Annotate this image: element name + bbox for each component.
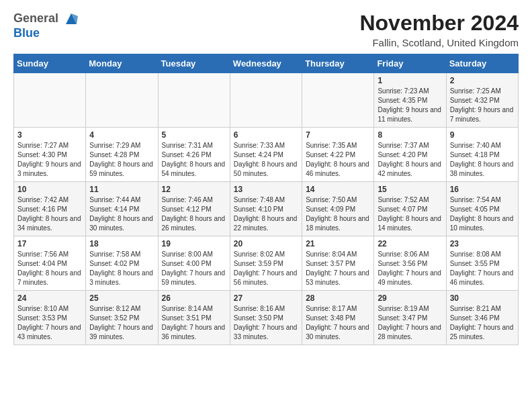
day-info: Sunrise: 7:52 AM Sunset: 4:07 PM Dayligh… bbox=[378, 195, 442, 233]
day-number: 23 bbox=[450, 239, 515, 248]
day-cell: 30Sunrise: 8:21 AM Sunset: 3:46 PM Dayli… bbox=[446, 291, 518, 345]
day-number: 4 bbox=[89, 130, 154, 140]
day-info: Sunrise: 8:04 AM Sunset: 3:57 PM Dayligh… bbox=[306, 250, 370, 287]
day-number: 24 bbox=[17, 293, 82, 303]
day-cell bbox=[14, 73, 86, 128]
header-day-saturday: Saturday bbox=[446, 54, 518, 73]
day-number: 28 bbox=[306, 293, 370, 303]
day-info: Sunrise: 8:10 AM Sunset: 3:53 PM Dayligh… bbox=[17, 304, 82, 342]
day-info: Sunrise: 7:25 AM Sunset: 4:32 PM Dayligh… bbox=[450, 87, 515, 124]
day-cell: 21Sunrise: 8:04 AM Sunset: 3:57 PM Dayli… bbox=[302, 236, 374, 291]
day-number: 17 bbox=[17, 239, 82, 248]
day-cell: 26Sunrise: 8:14 AM Sunset: 3:51 PM Dayli… bbox=[158, 291, 230, 345]
day-cell: 19Sunrise: 8:00 AM Sunset: 4:00 PM Dayli… bbox=[158, 236, 230, 291]
day-cell: 12Sunrise: 7:46 AM Sunset: 4:12 PM Dayli… bbox=[158, 182, 230, 236]
calendar-table: SundayMondayTuesdayWednesdayThursdayFrid… bbox=[13, 54, 519, 345]
day-info: Sunrise: 8:14 AM Sunset: 3:51 PM Dayligh… bbox=[162, 304, 226, 342]
day-cell bbox=[302, 73, 374, 128]
day-number: 22 bbox=[378, 239, 442, 248]
day-cell: 15Sunrise: 7:52 AM Sunset: 4:07 PM Dayli… bbox=[374, 182, 446, 236]
day-cell: 18Sunrise: 7:58 AM Sunset: 4:02 PM Dayli… bbox=[86, 236, 158, 291]
day-info: Sunrise: 8:12 AM Sunset: 3:52 PM Dayligh… bbox=[89, 304, 154, 342]
day-cell: 5Sunrise: 7:31 AM Sunset: 4:26 PM Daylig… bbox=[158, 128, 230, 182]
day-cell: 7Sunrise: 7:35 AM Sunset: 4:22 PM Daylig… bbox=[302, 128, 374, 182]
day-number: 19 bbox=[162, 239, 226, 248]
day-number: 27 bbox=[234, 293, 298, 303]
day-cell: 17Sunrise: 7:56 AM Sunset: 4:04 PM Dayli… bbox=[14, 236, 86, 291]
day-info: Sunrise: 7:48 AM Sunset: 4:10 PM Dayligh… bbox=[234, 195, 298, 233]
day-cell: 28Sunrise: 8:17 AM Sunset: 3:48 PM Dayli… bbox=[302, 291, 374, 345]
calendar-header: SundayMondayTuesdayWednesdayThursdayFrid… bbox=[14, 54, 519, 73]
day-number: 25 bbox=[89, 293, 154, 303]
day-info: Sunrise: 7:56 AM Sunset: 4:04 PM Dayligh… bbox=[17, 250, 82, 287]
day-info: Sunrise: 7:27 AM Sunset: 4:30 PM Dayligh… bbox=[17, 141, 82, 179]
day-cell: 11Sunrise: 7:44 AM Sunset: 4:14 PM Dayli… bbox=[86, 182, 158, 236]
logo: General Blue bbox=[13, 11, 79, 40]
day-cell: 1Sunrise: 7:23 AM Sunset: 4:35 PM Daylig… bbox=[374, 73, 446, 128]
week-row-5: 24Sunrise: 8:10 AM Sunset: 3:53 PM Dayli… bbox=[14, 291, 519, 345]
title-block: November 2024 Fallin, Scotland, United K… bbox=[359, 11, 519, 48]
day-info: Sunrise: 7:46 AM Sunset: 4:12 PM Dayligh… bbox=[162, 195, 226, 233]
day-cell: 3Sunrise: 7:27 AM Sunset: 4:30 PM Daylig… bbox=[14, 128, 86, 182]
day-number: 21 bbox=[306, 239, 370, 248]
month-title: November 2024 bbox=[359, 11, 519, 36]
day-info: Sunrise: 7:31 AM Sunset: 4:26 PM Dayligh… bbox=[162, 141, 226, 179]
week-row-1: 1Sunrise: 7:23 AM Sunset: 4:35 PM Daylig… bbox=[14, 73, 519, 128]
week-row-2: 3Sunrise: 7:27 AM Sunset: 4:30 PM Daylig… bbox=[14, 128, 519, 182]
day-info: Sunrise: 7:35 AM Sunset: 4:22 PM Dayligh… bbox=[306, 141, 370, 179]
day-number: 15 bbox=[378, 185, 442, 194]
logo-blue-text: Blue bbox=[13, 26, 40, 40]
day-cell: 8Sunrise: 7:37 AM Sunset: 4:20 PM Daylig… bbox=[374, 128, 446, 182]
day-info: Sunrise: 7:54 AM Sunset: 4:05 PM Dayligh… bbox=[450, 195, 515, 233]
logo-general-text: General bbox=[13, 11, 58, 25]
day-info: Sunrise: 7:33 AM Sunset: 4:24 PM Dayligh… bbox=[234, 141, 298, 179]
day-info: Sunrise: 7:29 AM Sunset: 4:28 PM Dayligh… bbox=[89, 141, 154, 179]
day-cell bbox=[230, 73, 302, 128]
calendar-body: 1Sunrise: 7:23 AM Sunset: 4:35 PM Daylig… bbox=[14, 73, 519, 345]
day-number: 18 bbox=[89, 239, 154, 248]
day-number: 8 bbox=[378, 130, 442, 140]
day-number: 13 bbox=[234, 185, 298, 194]
day-cell: 13Sunrise: 7:48 AM Sunset: 4:10 PM Dayli… bbox=[230, 182, 302, 236]
day-cell: 23Sunrise: 8:08 AM Sunset: 3:55 PM Dayli… bbox=[446, 236, 518, 291]
page-header: General Blue November 2024 Fallin, Scotl… bbox=[0, 0, 532, 54]
day-cell: 16Sunrise: 7:54 AM Sunset: 4:05 PM Dayli… bbox=[446, 182, 518, 236]
day-info: Sunrise: 8:21 AM Sunset: 3:46 PM Dayligh… bbox=[450, 304, 515, 342]
day-cell: 4Sunrise: 7:29 AM Sunset: 4:28 PM Daylig… bbox=[86, 128, 158, 182]
day-cell: 22Sunrise: 8:06 AM Sunset: 3:56 PM Dayli… bbox=[374, 236, 446, 291]
day-cell: 25Sunrise: 8:12 AM Sunset: 3:52 PM Dayli… bbox=[86, 291, 158, 345]
logo-icon bbox=[63, 11, 79, 27]
day-number: 20 bbox=[234, 239, 298, 248]
day-number: 30 bbox=[450, 293, 515, 303]
day-info: Sunrise: 8:19 AM Sunset: 3:47 PM Dayligh… bbox=[378, 304, 442, 342]
day-number: 7 bbox=[306, 130, 370, 140]
header-day-wednesday: Wednesday bbox=[230, 54, 302, 73]
location-subtitle: Fallin, Scotland, United Kingdom bbox=[359, 37, 519, 48]
header-row: SundayMondayTuesdayWednesdayThursdayFrid… bbox=[14, 54, 519, 73]
header-day-thursday: Thursday bbox=[302, 54, 374, 73]
day-cell: 24Sunrise: 8:10 AM Sunset: 3:53 PM Dayli… bbox=[14, 291, 86, 345]
day-number: 5 bbox=[162, 130, 226, 140]
day-number: 2 bbox=[450, 76, 515, 85]
header-day-friday: Friday bbox=[374, 54, 446, 73]
day-info: Sunrise: 8:06 AM Sunset: 3:56 PM Dayligh… bbox=[378, 250, 442, 287]
day-cell: 14Sunrise: 7:50 AM Sunset: 4:09 PM Dayli… bbox=[302, 182, 374, 236]
day-number: 12 bbox=[162, 185, 226, 194]
day-cell: 2Sunrise: 7:25 AM Sunset: 4:32 PM Daylig… bbox=[446, 73, 518, 128]
day-info: Sunrise: 7:37 AM Sunset: 4:20 PM Dayligh… bbox=[378, 141, 442, 179]
day-info: Sunrise: 7:42 AM Sunset: 4:16 PM Dayligh… bbox=[17, 195, 82, 233]
day-number: 29 bbox=[378, 293, 442, 303]
header-day-monday: Monday bbox=[86, 54, 158, 73]
day-number: 1 bbox=[378, 76, 442, 85]
day-info: Sunrise: 8:00 AM Sunset: 4:00 PM Dayligh… bbox=[162, 250, 226, 287]
day-info: Sunrise: 8:16 AM Sunset: 3:50 PM Dayligh… bbox=[234, 304, 298, 342]
day-number: 16 bbox=[450, 185, 515, 194]
day-number: 9 bbox=[450, 130, 515, 140]
day-info: Sunrise: 7:23 AM Sunset: 4:35 PM Dayligh… bbox=[378, 87, 442, 124]
week-row-3: 10Sunrise: 7:42 AM Sunset: 4:16 PM Dayli… bbox=[14, 182, 519, 236]
day-cell: 9Sunrise: 7:40 AM Sunset: 4:18 PM Daylig… bbox=[446, 128, 518, 182]
day-cell bbox=[158, 73, 230, 128]
day-info: Sunrise: 7:44 AM Sunset: 4:14 PM Dayligh… bbox=[89, 195, 154, 233]
day-cell bbox=[86, 73, 158, 128]
header-day-tuesday: Tuesday bbox=[158, 54, 230, 73]
